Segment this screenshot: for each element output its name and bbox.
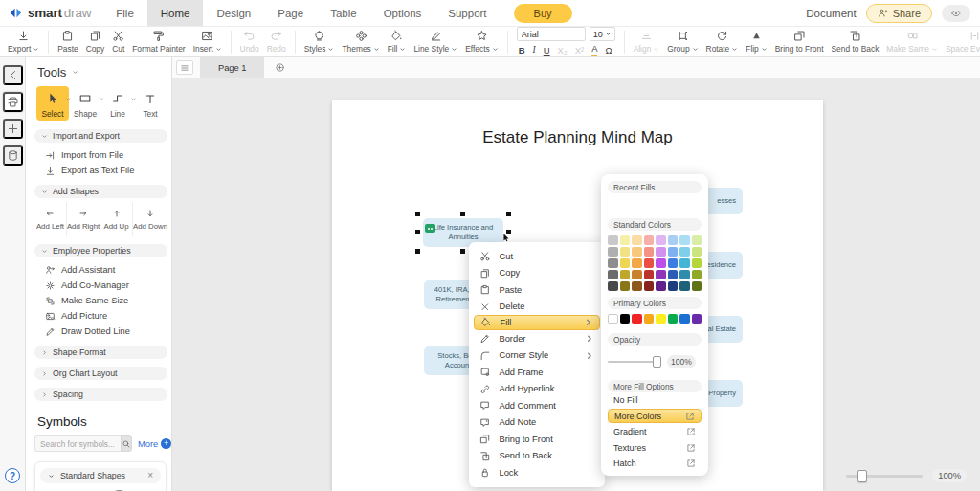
context-menu-item-fill[interactable]: Fill — [474, 315, 600, 330]
sidebar-item-draw-dotted-line[interactable]: Draw Dotted Line — [34, 324, 167, 338]
sidebar-item-add-right[interactable]: Add Right — [66, 202, 100, 236]
sidebar-section-employee-properties[interactable]: Employee Properties — [34, 244, 167, 257]
color-swatch[interactable] — [692, 314, 702, 324]
color-swatch[interactable] — [620, 258, 631, 268]
selection-comment-badge[interactable] — [425, 224, 435, 233]
fill-option-no-fill[interactable]: No Fill — [608, 392, 702, 408]
color-swatch[interactable] — [644, 314, 655, 324]
color-swatch[interactable] — [656, 281, 666, 291]
italic-button[interactable]: I — [533, 46, 536, 56]
menu-support[interactable]: Support — [434, 0, 500, 26]
context-menu-item-bring-to-front[interactable]: Bring to Front — [469, 431, 605, 448]
sidebar-item-add-left[interactable]: Add Left — [34, 202, 66, 236]
color-swatch[interactable] — [692, 235, 702, 245]
context-menu-item-add-note[interactable]: Add Note — [469, 414, 605, 432]
symbol-search-button[interactable] — [121, 435, 132, 452]
color-swatch[interactable] — [620, 247, 631, 257]
toolbar-export-button[interactable]: Export — [4, 29, 43, 55]
color-swatch[interactable] — [620, 281, 631, 291]
selection-handle[interactable] — [415, 212, 420, 216]
color-swatch[interactable] — [692, 281, 702, 291]
toolbar-effects-button[interactable]: Effects — [461, 29, 501, 55]
menu-table[interactable]: Table — [317, 0, 370, 26]
toolbar-copy-button[interactable]: Copy — [82, 29, 109, 55]
context-menu-item-add-comment[interactable]: Add Comment — [469, 397, 605, 414]
standard-shapes-header[interactable]: Standard Shapes × — [40, 468, 161, 483]
color-swatch[interactable] — [632, 247, 642, 257]
color-swatch[interactable] — [620, 235, 631, 245]
color-swatch[interactable] — [632, 314, 642, 324]
sidebar-section-add-shapes[interactable]: Add Shapes — [34, 185, 167, 198]
buy-button[interactable]: Buy — [514, 4, 572, 23]
fill-option-gradient[interactable]: Gradient — [608, 424, 702, 439]
fill-option-hatch[interactable]: Hatch — [608, 456, 702, 471]
color-swatch[interactable] — [668, 281, 679, 291]
toolbar-send-to-back-button[interactable]: Send to Back — [828, 29, 883, 55]
color-swatch[interactable] — [644, 235, 655, 245]
color-swatch[interactable] — [608, 270, 618, 279]
context-menu-item-paste[interactable]: Paste — [469, 281, 605, 299]
color-swatch[interactable] — [644, 270, 655, 279]
color-swatch[interactable] — [679, 235, 690, 245]
color-swatch[interactable] — [620, 314, 631, 324]
color-swatch[interactable] — [656, 235, 666, 245]
context-menu-item-add-hyperlink[interactable]: Add Hyperlink — [469, 381, 605, 398]
color-swatch[interactable] — [608, 258, 618, 268]
color-swatch[interactable] — [608, 235, 618, 245]
toolbar-bring-to-front-button[interactable]: Bring to Front — [771, 29, 828, 55]
menu-home[interactable]: Home — [147, 0, 204, 26]
context-menu-item-delete[interactable]: Delete — [469, 299, 605, 316]
tool-select[interactable]: Select — [36, 86, 69, 121]
toolbar-fill-button[interactable]: Fill — [384, 29, 411, 55]
toolbar-themes-button[interactable]: Themes — [338, 29, 383, 55]
color-swatch[interactable] — [608, 314, 618, 324]
opacity-slider-handle[interactable] — [653, 356, 661, 368]
color-swatch[interactable] — [679, 314, 690, 324]
context-menu-item-cut[interactable]: Cut — [469, 248, 605, 265]
context-menu-item-corner-style[interactable]: Corner Style — [469, 347, 605, 365]
zoom-slider-handle[interactable] — [858, 470, 867, 482]
color-swatch[interactable] — [692, 270, 702, 279]
fill-option-more-colors[interactable]: More Colors — [608, 409, 702, 423]
help-button[interactable]: ? — [5, 468, 20, 483]
color-swatch[interactable] — [632, 235, 642, 245]
underline-button[interactable]: U — [544, 46, 550, 56]
color-swatch[interactable] — [679, 270, 690, 279]
sidebar-section-org-chart-layout[interactable]: Org Chart Layout — [34, 367, 167, 380]
sidebar-item-add-up[interactable]: Add Up — [100, 202, 132, 236]
add-panel-button[interactable] — [3, 119, 23, 139]
toolbar-paste-button[interactable]: Paste — [54, 29, 81, 55]
color-swatch[interactable] — [656, 270, 666, 279]
smartdraw-logo[interactable]: smartdraw — [0, 6, 102, 20]
toolbar-rotate-button[interactable]: Rotate — [702, 29, 743, 55]
symbol-search-input[interactable] — [34, 435, 121, 452]
sidebar-item-make-same-size[interactable]: Make Same Size — [34, 294, 167, 307]
menu-page[interactable]: Page — [264, 0, 317, 26]
close-icon[interactable]: × — [147, 471, 153, 480]
bold-button[interactable]: B — [519, 46, 525, 56]
special-characters-button[interactable]: Ω — [605, 46, 612, 56]
color-swatch[interactable] — [679, 258, 690, 268]
toolbar-styles-button[interactable]: Styles — [301, 29, 339, 55]
sidebar-item-add-assistant[interactable]: Add Assistant — [34, 263, 167, 277]
sidebar-item-import-from-file[interactable]: Import from File — [34, 148, 167, 162]
sidebar-section-import-and-export[interactable]: Import and Export — [34, 129, 167, 143]
color-swatch[interactable] — [668, 258, 679, 268]
font-family-input[interactable] — [517, 27, 586, 41]
color-swatch[interactable] — [656, 258, 666, 268]
share-button[interactable]: Share — [866, 4, 932, 23]
tool-line[interactable]: Line — [101, 86, 134, 121]
toolbar-cut-button[interactable]: Cut — [108, 29, 128, 55]
menu-design[interactable]: Design — [203, 0, 264, 26]
symbols-more-link[interactable]: More + — [138, 438, 171, 449]
color-swatch[interactable] — [644, 247, 655, 257]
color-swatch[interactable] — [679, 247, 690, 257]
presentation-mode-button[interactable] — [942, 5, 970, 22]
print-panel-button[interactable] — [3, 92, 23, 112]
color-swatch[interactable] — [668, 235, 679, 245]
page-list-button[interactable] — [176, 60, 193, 75]
opacity-slider[interactable] — [608, 361, 661, 363]
context-menu-item-send-to-back[interactable]: Send to Back — [469, 448, 605, 465]
color-swatch[interactable] — [632, 258, 642, 268]
selection-handle[interactable] — [415, 249, 420, 254]
